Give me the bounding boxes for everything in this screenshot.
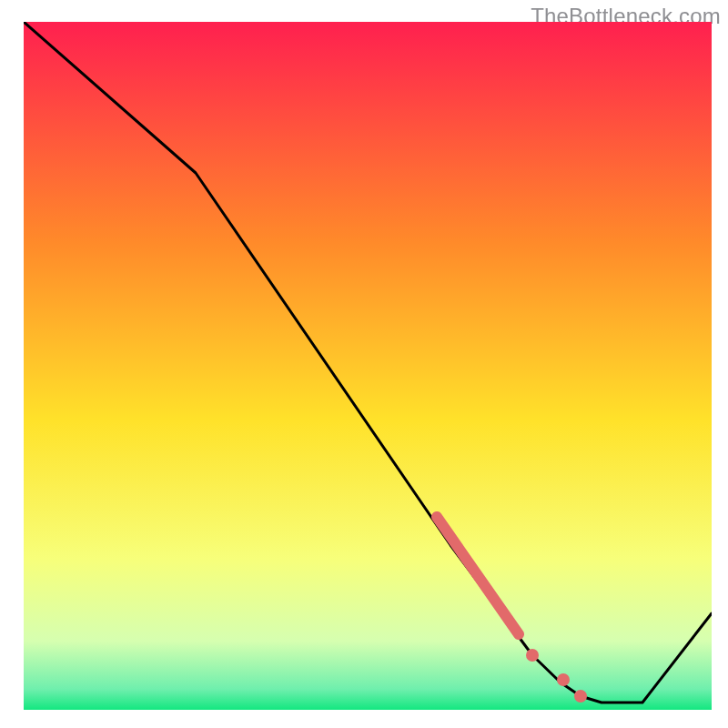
plot-area [24, 22, 712, 710]
chart-canvas: TheBottleneck.com [0, 0, 728, 728]
highlight-dot [526, 649, 539, 662]
plot-svg [24, 22, 712, 710]
highlight-dot [557, 673, 570, 686]
heat-background [24, 22, 712, 710]
highlight-dot [574, 690, 587, 703]
